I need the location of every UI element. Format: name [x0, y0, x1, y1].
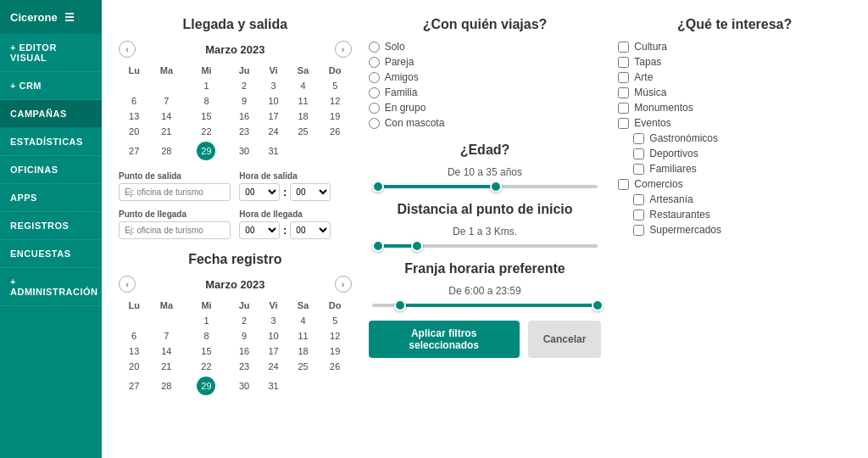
travel-option-amigos[interactable]: Amigos: [369, 71, 602, 83]
cal-day[interactable]: 13: [119, 109, 149, 124]
cal-day[interactable]: 12: [319, 93, 352, 109]
cal-day[interactable]: 16: [230, 344, 259, 359]
interest-checkbox-cultura[interactable]: [618, 42, 629, 53]
apply-filters-button[interactable]: Aplicar filtros seleccionados: [369, 321, 520, 358]
cal-day[interactable]: 6: [119, 93, 149, 109]
cal-day[interactable]: 1: [183, 313, 229, 328]
cal-day[interactable]: 22: [183, 359, 229, 374]
cal-day[interactable]: 25: [287, 359, 318, 374]
travel-option-con_mascota[interactable]: Con mascota: [369, 117, 602, 129]
cal-day[interactable]: 29: [183, 374, 229, 398]
edad-slider[interactable]: [372, 185, 598, 188]
cal-day[interactable]: 17: [259, 109, 288, 124]
interest-item-eventos[interactable]: Eventos Gastronómicos Deportivos Familia…: [618, 117, 851, 175]
menu-icon[interactable]: ☰: [64, 11, 75, 24]
interest-item-arte[interactable]: Arte: [618, 71, 851, 83]
sidebar-item-oficinas[interactable]: OFICINAS: [0, 156, 102, 184]
interest-sub-checkbox[interactable]: [633, 225, 644, 236]
edad-thumb-min[interactable]: [372, 181, 384, 193]
cal-day[interactable]: 13: [119, 344, 149, 359]
interest-sub-checkbox[interactable]: [633, 164, 644, 175]
cal-day[interactable]: 14: [149, 344, 183, 359]
interest-checkbox-arte[interactable]: [618, 72, 629, 83]
sidebar-item-encuestas[interactable]: ENCUESTAS: [0, 240, 102, 268]
sidebar-item-editor-visual[interactable]: + EDITOR VISUAL: [0, 34, 102, 72]
cal-day[interactable]: 21: [149, 359, 183, 374]
interest-item-monumentos[interactable]: Monumentos: [618, 102, 851, 114]
interest-item-cultura[interactable]: Cultura: [618, 41, 851, 53]
travel-radio-solo[interactable]: [369, 42, 380, 53]
sidebar-item-estadisticas[interactable]: ESTADÍSTICAS: [0, 128, 102, 156]
travel-radio-amigos[interactable]: [369, 72, 380, 83]
cal-day[interactable]: 2: [230, 78, 259, 93]
cal-day[interactable]: 3: [259, 313, 288, 328]
cal-day[interactable]: 2: [230, 313, 259, 328]
cancel-button[interactable]: Cancelar: [528, 321, 602, 358]
cal-day[interactable]: 26: [319, 359, 352, 374]
travel-option-solo[interactable]: Solo: [369, 41, 602, 53]
cal-day[interactable]: 24: [259, 359, 288, 374]
cal-day[interactable]: 5: [319, 78, 352, 93]
edad-thumb-max[interactable]: [490, 181, 502, 193]
hora-llegada-m[interactable]: 00: [290, 221, 331, 239]
franja-thumb-min[interactable]: [394, 299, 406, 311]
cal-day[interactable]: 7: [149, 93, 183, 109]
interest-sub-checkbox[interactable]: [633, 194, 644, 205]
interest-item-comercios[interactable]: Comercios Artesanía Restaurantes Superme…: [618, 178, 851, 236]
cal-day[interactable]: 1: [183, 78, 229, 93]
travel-radio-con_mascota[interactable]: [369, 118, 380, 129]
cal-day[interactable]: 19: [319, 344, 352, 359]
interest-sub-item[interactable]: Restaurantes: [633, 209, 851, 221]
cal-day[interactable]: 10: [259, 328, 288, 344]
interest-sub-checkbox[interactable]: [633, 133, 644, 144]
cal-day[interactable]: 18: [287, 344, 318, 359]
interest-checkbox-eventos[interactable]: [618, 118, 629, 129]
cal-day[interactable]: 30: [230, 374, 259, 398]
cal-day[interactable]: 9: [230, 328, 259, 344]
cal-day[interactable]: 9: [230, 93, 259, 109]
cal-day[interactable]: 28: [149, 374, 183, 398]
interest-checkbox-comercios[interactable]: [618, 179, 629, 190]
cal-day[interactable]: 15: [183, 344, 229, 359]
interest-sub-item[interactable]: Supermercados: [633, 224, 851, 236]
cal-day[interactable]: 22: [183, 124, 229, 139]
cal-day[interactable]: 10: [259, 93, 288, 109]
interest-sub-checkbox[interactable]: [633, 148, 644, 159]
cal-day[interactable]: 20: [119, 124, 149, 139]
travel-radio-en_grupo[interactable]: [369, 103, 380, 114]
cal-day[interactable]: 28: [149, 139, 183, 163]
cal-day[interactable]: 8: [183, 93, 229, 109]
cal-day[interactable]: 30: [230, 139, 259, 163]
interest-sub-item[interactable]: Familiares: [633, 163, 851, 175]
cal-day[interactable]: 11: [287, 328, 318, 344]
cal-day[interactable]: 20: [119, 359, 149, 374]
cal-day[interactable]: 27: [119, 374, 149, 398]
distancia-thumb-max[interactable]: [411, 240, 423, 252]
interest-sub-item[interactable]: Artesanía: [633, 193, 851, 205]
interest-sub-item[interactable]: Gastronómicos: [633, 132, 851, 144]
cal-day[interactable]: 17: [259, 344, 288, 359]
interest-sub-item[interactable]: Deportivos: [633, 148, 851, 159]
cal-prev-arrival[interactable]: ‹: [119, 41, 136, 58]
cal-day[interactable]: 5: [319, 313, 352, 328]
sidebar-item-crm[interactable]: + CRM: [0, 72, 102, 100]
interest-item-tapas[interactable]: Tapas: [618, 56, 851, 68]
cal-day[interactable]: 21: [149, 124, 183, 139]
cal-day[interactable]: 6: [119, 328, 149, 344]
franja-thumb-max[interactable]: [592, 299, 604, 311]
cal-day[interactable]: 11: [287, 93, 318, 109]
cal-next-fecha[interactable]: ›: [335, 276, 352, 293]
hora-llegada-h[interactable]: 00: [239, 221, 280, 239]
franja-slider[interactable]: [372, 304, 598, 307]
cal-day[interactable]: 31: [259, 374, 288, 398]
cal-day[interactable]: 31: [259, 139, 288, 163]
hora-salida-m[interactable]: 00: [290, 183, 331, 201]
cal-prev-fecha[interactable]: ‹: [119, 276, 136, 293]
punto-llegada-input[interactable]: [119, 221, 231, 239]
cal-day[interactable]: 15: [183, 109, 229, 124]
cal-day[interactable]: 16: [230, 109, 259, 124]
travel-option-en_grupo[interactable]: En grupo: [369, 102, 602, 114]
interest-checkbox-monumentos[interactable]: [618, 103, 629, 114]
cal-day[interactable]: 8: [183, 328, 229, 344]
sidebar-item-registros[interactable]: REGISTROS: [0, 212, 102, 240]
